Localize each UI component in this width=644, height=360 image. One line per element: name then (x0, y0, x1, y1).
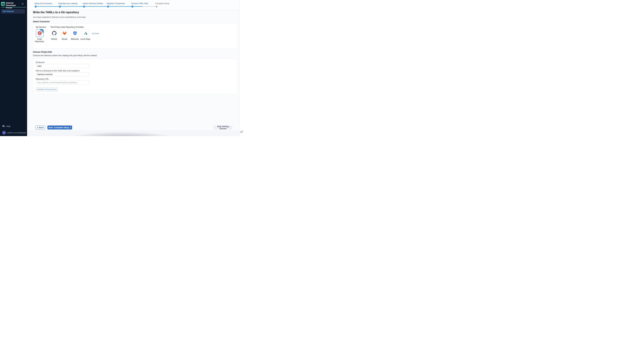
step-dot-3[interactable] (83, 5, 85, 8)
provider-label-github: GitHub (49, 38, 59, 40)
sidebar-item-get-started[interactable]: Get Started (1, 9, 25, 14)
provider-card-bitbucket[interactable] (71, 29, 79, 37)
next-label: Next: Complete Setup (48, 126, 69, 129)
user-name: sathish.soundarapand... (7, 131, 26, 134)
chevron-right-icon (70, 127, 71, 128)
page-title: Write the YAMLs to a Git repository (33, 11, 79, 14)
provider-card-gitlab[interactable] (61, 29, 68, 37)
sidebar-divider (1, 7, 26, 8)
step-setup-git-connector[interactable]: Setup Git Connector (34, 2, 52, 5)
repository-url-input[interactable] (36, 81, 90, 85)
by-harness-label: By Harness (36, 26, 46, 28)
help-chat-icon: ? (2, 125, 5, 127)
close-label: Close (94, 33, 99, 34)
user-avatar: s (2, 131, 6, 134)
provider-label-code-repository: Code Repository (34, 38, 45, 43)
wizard-stepper: Setup Git Connector Populate your catalo… (27, 0, 240, 10)
help-label: Help (6, 125, 10, 127)
stepper-track-complete (36, 6, 142, 7)
choose-file-path-description: Choose the directory where the catalog-i… (33, 54, 97, 57)
git-branch-label: Git Branch (36, 61, 44, 64)
back-button[interactable]: Back (35, 125, 45, 129)
svg-text:?: ? (3, 125, 4, 127)
file-path-form-card: Git Branch Path to a directory for the Y… (33, 59, 237, 94)
github-icon (52, 31, 56, 36)
step-dot-1[interactable] (34, 5, 37, 8)
close-icon (92, 33, 94, 34)
step-dot-2[interactable] (59, 5, 61, 8)
select-connector-title: Select Connector (33, 20, 50, 23)
yaml-directory-input[interactable] (36, 72, 90, 76)
step-dot-6 (155, 5, 158, 8)
connector-column-divider (46, 26, 46, 46)
connector-picker-card: By Harness Third Party Code Repository P… (33, 23, 237, 49)
selected-check-icon (36, 29, 44, 37)
app-title: Internal Developer Portal (6, 2, 22, 9)
user-initial: s (4, 132, 4, 134)
validate-permissions-button[interactable]: Validate Permissions (36, 87, 58, 91)
step-import-harness-entities[interactable]: Import Harness Entities (83, 2, 103, 5)
app-logo-icon (1, 2, 5, 6)
user-menu[interactable]: s sathish.soundarapand... (2, 131, 26, 134)
main-panel: Setup Git Connector Populate your catalo… (27, 0, 240, 130)
step-register-component[interactable]: Register Component (107, 2, 125, 5)
provider-label-azure-repo: Azure Repo (80, 38, 91, 40)
step-dot-4[interactable] (107, 5, 109, 8)
third-party-label: Third Party Code Repository Providers (50, 26, 84, 28)
provider-card-github[interactable] (50, 29, 58, 37)
chevron-left-icon (37, 127, 38, 128)
provider-label-gitlab: GitLab (59, 38, 70, 40)
provider-label-bitbucket: Bitbucket (70, 38, 80, 40)
close-provider-list-button[interactable]: Close (92, 33, 99, 34)
bottom-shadow (57, 130, 192, 136)
azure-icon (84, 31, 88, 35)
help-button[interactable]: ? Help (2, 125, 10, 127)
skip-getting-started-button[interactable]: Skip Getting Started (214, 125, 232, 129)
support-chat-button[interactable] (240, 130, 243, 134)
gitlab-icon (62, 31, 67, 36)
back-label: Back (39, 126, 44, 129)
next-complete-setup-button[interactable]: Next: Complete Setup (48, 125, 72, 129)
bitbucket-icon (73, 31, 77, 35)
step-complete-setup: Complete Setup (155, 2, 169, 5)
step-dot-5[interactable] (131, 5, 134, 8)
step-choose-yaml-path[interactable]: Choose YAML Path (131, 2, 148, 5)
yaml-directory-label: Path to a directory for the YAML files t… (36, 70, 80, 72)
module-grid-icon[interactable] (22, 3, 24, 5)
stepper-track-remaining (142, 6, 156, 7)
page-subtitle: You have selected 0 Service to be commit… (33, 16, 86, 18)
repository-url-label: Repository URL (36, 78, 49, 80)
choose-file-path-title: Choose File(s) Path (33, 51, 52, 53)
app-window: Internal Developer Portal Get Started ? … (0, 0, 244, 136)
right-gutter (240, 0, 244, 136)
step-populate-your-catalog[interactable]: Populate your catalog (58, 2, 77, 5)
provider-card-code-repository[interactable] (36, 29, 44, 37)
chat-bubbles-icon (240, 130, 243, 133)
sidebar: Internal Developer Portal Get Started ? … (0, 0, 27, 136)
provider-card-azure-repo[interactable] (82, 29, 90, 37)
sidebar-item-label: Get Started (1, 9, 25, 14)
git-branch-input[interactable] (36, 64, 90, 68)
